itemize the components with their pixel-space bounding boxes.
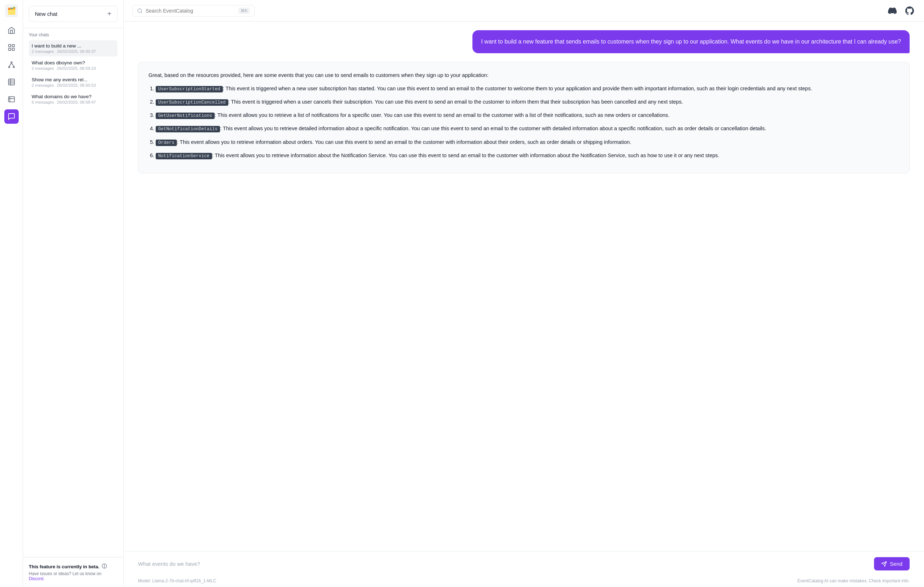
chat-list-item[interactable]: What does dboyne own? 2 messages 26/02/2… [29,57,117,73]
nav-ai-chat-button[interactable] [4,109,19,124]
chat-item-messages: 2 messages [31,66,54,71]
user-message: I want to build a new feature that sends… [472,30,910,53]
svg-rect-3 [12,45,14,47]
ai-message: Great, based on the resources provided, … [138,62,910,174]
event-desc: : This event allows you to retrieve info… [212,152,719,158]
event-item: GetNotificationDetails: This event allow… [156,124,899,133]
chat-item-meta: 2 messages 26/02/2025, 08:50:53 [31,83,115,88]
chat-item-meta: 2 messages 26/02/2025, 09:00:37 [31,49,115,54]
event-tag: NotificationService [156,153,212,159]
chats-section-label: Your chats [29,32,117,37]
nav-table-button[interactable] [4,75,19,89]
top-header: ⌘K [124,0,924,21]
chat-item-messages: 2 messages [31,49,54,54]
event-desc: : This event allows you to retrieve a li… [214,112,670,118]
info-icon: ⓘ [102,563,107,570]
chat-input-area: Send [124,551,924,576]
beta-desc: Have issues or ideas? Let us know on Dis… [29,571,117,581]
discord-icon[interactable] [887,5,898,17]
event-desc: : This event allows you to retrieve info… [177,139,631,145]
chat-list-item[interactable]: I want to build a new ... 2 messages 26/… [29,40,117,56]
event-desc: : This event is triggered when a user ca… [228,99,683,105]
events-list: UserSubscriptionStarted: This event is t… [148,84,899,160]
nav-nodes-button[interactable] [4,58,19,72]
chat-list-item[interactable]: What domains do we have? 6 messages 26/0… [29,91,117,107]
event-item: UserSubscriptionStarted: This event is t… [156,84,899,93]
sidebar-footer: This feature is currently in beta. ⓘ Hav… [23,557,123,587]
search-input[interactable] [145,8,236,14]
event-tag: Orders [156,140,177,146]
search-shortcut: ⌘K [238,8,250,14]
beta-label: This feature is currently in beta. ⓘ [29,563,117,570]
search-icon [137,8,143,14]
chat-item-date: 26/02/2025, 08:50:53 [57,83,96,88]
new-chat-label: New chat [35,11,58,17]
svg-point-7 [8,66,10,68]
svg-rect-5 [12,48,14,50]
sidebar: New chat + Your chats I want to build a … [23,0,124,587]
svg-text:🗂️: 🗂️ [7,7,16,15]
chats-section: Your chats I want to build a new ... 2 m… [23,28,123,111]
main-panel: ⌘K I want to build a new feature that se… [124,0,924,587]
svg-line-19 [141,12,142,13]
svg-point-18 [138,8,142,13]
chat-item-date: 26/02/2025, 09:00:37 [57,49,96,54]
event-desc: : This event is triggered when a new use… [223,86,812,91]
nav-catalog-button[interactable] [4,40,19,55]
nav-rail: 🗂️ [0,0,23,587]
event-tag: GetNotificationDetails [156,126,220,132]
chat-item-title: What does dboyne own? [31,60,115,66]
svg-line-10 [12,63,14,66]
chat-item-title: Show me any events rel... [31,77,115,83]
chat-item-title: What domains do we have? [31,94,115,99]
new-chat-plus-icon: + [107,10,111,18]
model-label: Model: Llama-2-7b-chat-hf-q4f16_1-MLC [138,579,216,584]
header-icons [887,5,916,17]
disclaimer: EventCatalog AI can make mistakes. Check… [797,579,910,584]
chat-content: I want to build a new feature that sends… [124,21,924,551]
new-chat-button[interactable]: New chat + [29,6,117,22]
chat-item-meta: 2 messages 26/02/2025, 08:59:23 [31,66,115,71]
send-icon [881,561,887,567]
event-item: GetUserNotifications: This event allows … [156,111,899,120]
event-desc: : This event allows you to retrieve deta… [220,126,766,131]
event-item: UserSubscriptionCancelled: This event is… [156,98,899,106]
chat-list-item[interactable]: Show me any events rel... 2 messages 26/… [29,74,117,90]
event-tag: GetUserNotifications [156,112,214,119]
nav-users-button[interactable] [4,92,19,106]
svg-rect-2 [8,45,10,47]
chat-list: I want to build a new ... 2 messages 26/… [29,40,117,107]
send-label: Send [890,561,903,567]
ai-intro: Great, based on the resources provided, … [148,71,899,80]
svg-rect-4 [8,48,10,50]
event-item: Orders: This event allows you to retriev… [156,138,899,147]
github-icon[interactable] [904,5,916,17]
svg-point-6 [11,62,12,63]
chat-item-date: 26/02/2025, 08:59:23 [57,66,96,71]
event-tag: UserSubscriptionStarted [156,86,223,93]
chat-item-messages: 6 messages [31,100,54,104]
event-tag: UserSubscriptionCancelled [156,99,228,106]
chat-item-messages: 2 messages [31,83,54,88]
discord-link[interactable]: Discord [29,576,43,581]
app-logo[interactable]: 🗂️ [5,4,18,17]
svg-line-9 [9,63,11,66]
send-button[interactable]: Send [874,557,910,570]
event-item: NotificationService: This event allows y… [156,151,899,160]
svg-rect-15 [8,97,14,102]
svg-point-8 [13,66,14,68]
chat-input[interactable] [138,561,870,567]
search-bar: ⌘K [132,5,254,17]
chat-item-title: I want to build a new ... [31,43,115,48]
svg-rect-11 [8,79,14,85]
chat-item-meta: 6 messages 26/02/2025, 08:58:47 [31,100,115,104]
chat-item-date: 26/02/2025, 08:58:47 [57,100,96,104]
sidebar-header: New chat + [23,0,123,28]
chat-footer-info: Model: Llama-2-7b-chat-hf-q4f16_1-MLC Ev… [124,576,924,587]
nav-home-button[interactable] [4,23,19,37]
